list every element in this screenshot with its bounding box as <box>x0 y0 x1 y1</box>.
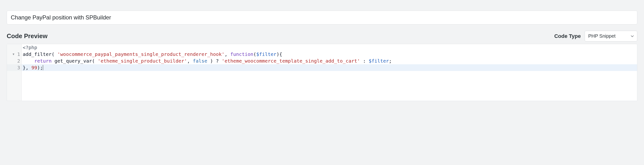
token <box>23 58 34 64</box>
token: ( <box>92 58 98 64</box>
token: ( <box>253 51 256 57</box>
token-variable: $filter <box>256 51 276 57</box>
snippet-title-input[interactable] <box>7 11 637 25</box>
code-type-select[interactable]: PHP Snippet <box>585 31 637 42</box>
editor-blank-area[interactable] <box>7 71 637 101</box>
code-line[interactable]: 2 return get_query_var( 'etheme_single_p… <box>7 58 637 64</box>
token-number: 99 <box>31 65 37 71</box>
code-editor[interactable]: <?php ▼ 1 add_filter( 'woocommerce_paypa… <box>7 44 637 101</box>
token: ) ? <box>207 58 222 64</box>
token: : <box>360 58 369 64</box>
line-number: 1 <box>16 51 20 58</box>
gutter: 3 <box>7 64 22 71</box>
preview-header: Code Preview Code Type PHP Snippet <box>7 31 637 42</box>
gutter <box>7 71 22 101</box>
token: , <box>224 51 230 57</box>
php-open-tag: <?php <box>23 45 37 50</box>
token-string: 'etheme_woocommerce_template_single_add_… <box>222 58 360 64</box>
text-cursor <box>43 65 43 70</box>
token: ){ <box>276 51 282 57</box>
line-number: 2 <box>16 58 20 64</box>
code-line[interactable]: ▼ 1 add_filter( 'woocommerce_paypal_paym… <box>7 51 637 58</box>
line-number: 3 <box>16 64 20 71</box>
token-keyword: return <box>34 58 52 64</box>
chevron-down-icon <box>630 34 634 38</box>
token-string: 'woocommerce_paypal_payments_single_prod… <box>58 51 224 57</box>
gutter <box>7 44 22 51</box>
code-type-selected-value: PHP Snippet <box>588 33 616 39</box>
token: ; <box>389 58 392 64</box>
code-type-wrap: Code Type PHP Snippet <box>554 31 637 42</box>
code-line[interactable]: 3 }, 99); <box>7 64 637 71</box>
code-type-label: Code Type <box>554 33 581 39</box>
token: }, <box>23 65 31 71</box>
code-line[interactable]: <?php <box>7 44 637 51</box>
token <box>52 58 54 64</box>
token-const: false <box>193 58 207 64</box>
token-function: get_query_var <box>54 58 92 64</box>
gutter: 2 <box>7 58 22 64</box>
token-variable: $filter <box>369 58 389 64</box>
token-string: 'etheme_single_product_builder' <box>98 58 187 64</box>
token: ( <box>52 51 57 57</box>
token: , <box>187 58 193 64</box>
token-keyword: function <box>230 51 253 57</box>
fold-toggle-icon[interactable]: ▼ <box>13 51 14 58</box>
gutter: ▼ 1 <box>7 51 22 58</box>
token: ); <box>37 65 43 71</box>
token-function: add_filter <box>23 51 52 57</box>
code-preview-heading: Code Preview <box>7 32 48 40</box>
